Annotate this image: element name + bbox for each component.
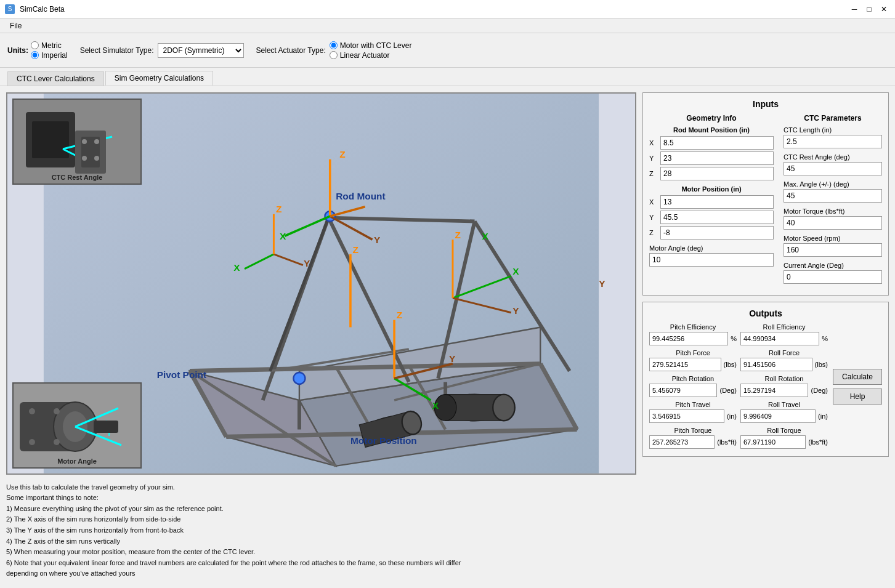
motor-z-row: Z: [649, 226, 774, 240]
pitch-travel-row: 3.546915 (in): [649, 409, 737, 423]
pitch-travel-label: Pitch Travel: [649, 401, 737, 408]
imperial-radio[interactable]: [31, 51, 39, 59]
svg-point-81: [29, 408, 35, 414]
note-line-8: depending on where you've attached yours: [6, 568, 636, 579]
roll-torque-unit: (lbs*ft): [808, 438, 828, 446]
max-angle-input[interactable]: [784, 189, 882, 203]
motor-x-input[interactable]: [660, 195, 774, 209]
svg-point-25: [493, 395, 515, 421]
roll-efficiency-value: 44.990934: [740, 332, 819, 345]
file-menu[interactable]: File: [5, 20, 26, 31]
svg-text:Z: Z: [276, 204, 281, 214]
motor-z-input[interactable]: [660, 226, 774, 240]
close-button[interactable]: ✕: [878, 3, 890, 15]
pitch-efficiency-unit: %: [731, 335, 737, 342]
svg-text:Y: Y: [599, 278, 605, 289]
roll-rotation-label: Roll Rotation: [740, 375, 828, 382]
svg-point-71: [94, 139, 99, 144]
ctc-length-label: CTC Length (in): [784, 126, 882, 134]
roll-efficiency-item: Roll Efficiency 44.990934 %: [740, 323, 828, 345]
roll-torque-label: Roll Torque: [740, 427, 828, 434]
pitch-force-item: Pitch Force 279.521415 (lbs): [649, 349, 737, 371]
motor-x-label: X: [649, 198, 658, 206]
svg-rect-80: [94, 421, 118, 433]
metric-radio-label[interactable]: Metric: [31, 41, 68, 50]
pitch-travel-value: 3.546915: [649, 409, 724, 423]
note-line-0: Use this tab to calculate the travel geo…: [6, 482, 636, 493]
svg-point-82: [54, 408, 60, 414]
linear-actuator-radio[interactable]: [330, 51, 338, 59]
roll-force-unit: (lbs): [815, 361, 828, 368]
svg-text:X: X: [482, 231, 488, 241]
motor-z-label: Z: [649, 229, 658, 236]
help-button[interactable]: Help: [833, 389, 882, 405]
ctc-params-title: CTC Parameters: [784, 114, 882, 123]
svg-text:X: X: [280, 231, 286, 241]
ctc-length-input[interactable]: [784, 135, 882, 148]
inset-ctc-label: CTC Rest Angle: [52, 174, 103, 181]
tab-sim-geometry[interactable]: Sim Geometry Calculations: [105, 71, 213, 86]
imperial-label: Imperial: [41, 51, 68, 60]
imperial-radio-label[interactable]: Imperial: [31, 51, 68, 60]
rod-mount-x-input[interactable]: [660, 136, 774, 150]
simulator-type-label: Select Simulator Type:: [80, 46, 154, 55]
current-angle-input[interactable]: [784, 270, 882, 284]
rod-mount-y-label: Y: [649, 155, 658, 162]
rod-mount-z-input[interactable]: [660, 167, 774, 180]
svg-point-73: [94, 156, 99, 161]
motor-y-input[interactable]: [660, 211, 774, 224]
inset-ctc-rest-angle: CTC Rest Angle: [12, 99, 142, 185]
inputs-columns: Geometry Info Rod Mount Position (in) X …: [649, 114, 882, 289]
roll-travel-row: 9.996409 (in): [740, 409, 828, 423]
motor-ctc-radio[interactable]: [330, 41, 338, 49]
simulator-type-section: Select Simulator Type: 2DOF (Symmetric) …: [80, 43, 244, 58]
motor-angle-input[interactable]: [649, 253, 774, 267]
main-content: Z X Y Y X Z Rod Mount Pivot Point Motor …: [0, 86, 895, 588]
max-angle-label: Max. Angle (+/-) (deg): [784, 180, 882, 188]
motor-speed-input[interactable]: [784, 243, 882, 257]
motor-position-label: Motor Position (in): [649, 185, 774, 193]
linear-actuator-radio-label[interactable]: Linear Actuator: [330, 51, 412, 60]
rod-mount-z-label: Z: [649, 170, 658, 177]
maximize-button[interactable]: □: [863, 3, 875, 15]
roll-torque-item: Roll Torque 67.971190 (lbs*ft): [740, 427, 828, 449]
current-angle-group: Current Angle (Deg): [784, 262, 882, 284]
motor-position-group: Motor Position (in) X Y Z: [649, 185, 774, 240]
simulator-type-select[interactable]: 2DOF (Symmetric) 2DOF (Asymmetric) 3DOF: [158, 43, 244, 58]
tab-ctc-lever[interactable]: CTC Lever Calculations: [7, 71, 104, 86]
roll-efficiency-unit: %: [822, 335, 828, 342]
title-bar-left: S SimCalc Beta: [5, 4, 65, 14]
svg-text:Pivot Point: Pivot Point: [157, 369, 206, 380]
motor-ctc-radio-label[interactable]: Motor with CTC Lever: [330, 41, 412, 50]
svg-text:Y: Y: [449, 353, 456, 364]
roll-force-label: Roll Force: [740, 349, 828, 356]
outputs-title: Outputs: [649, 308, 882, 318]
roll-efficiency-label: Roll Efficiency: [740, 323, 828, 331]
roll-rotation-value: 15.297194: [740, 384, 808, 397]
motor-speed-group: Motor Speed (rpm): [784, 235, 882, 257]
note-line-5: 4) The Z axis of the sim runs vertically: [6, 536, 636, 547]
roll-travel-label: Roll Travel: [740, 401, 828, 408]
minimize-button[interactable]: ─: [848, 3, 861, 15]
note-line-7: 6) Note that your equivalent linear forc…: [6, 558, 636, 569]
calculate-button[interactable]: Calculate: [833, 369, 882, 385]
svg-text:Y: Y: [304, 258, 310, 268]
rod-mount-y-input[interactable]: [660, 151, 774, 165]
svg-text:Motor Position: Motor Position: [350, 435, 417, 446]
notes-section: Use this tab to calculate the travel geo…: [6, 480, 636, 582]
motor-torque-group: Motor Torque (lbs*ft): [784, 207, 882, 230]
geometry-info-col: Geometry Info Rod Mount Position (in) X …: [649, 114, 774, 289]
motor-y-label: Y: [649, 214, 658, 221]
linear-actuator-label: Linear Actuator: [340, 51, 390, 60]
motor-angle-group: Motor Angle (deg): [649, 244, 774, 267]
metric-radio[interactable]: [31, 41, 39, 49]
roll-force-value: 91.451506: [740, 358, 812, 371]
motor-x-row: X: [649, 195, 774, 209]
motor-torque-input[interactable]: [784, 216, 882, 230]
svg-point-21: [293, 373, 305, 384]
window-controls: ─ □ ✕: [848, 3, 890, 15]
outputs-box: Outputs Pitch Efficiency 99.445256 %: [642, 302, 889, 457]
roll-travel-value: 9.996409: [740, 409, 816, 423]
svg-text:Y: Y: [512, 305, 519, 316]
ctc-rest-angle-input[interactable]: [784, 162, 882, 175]
